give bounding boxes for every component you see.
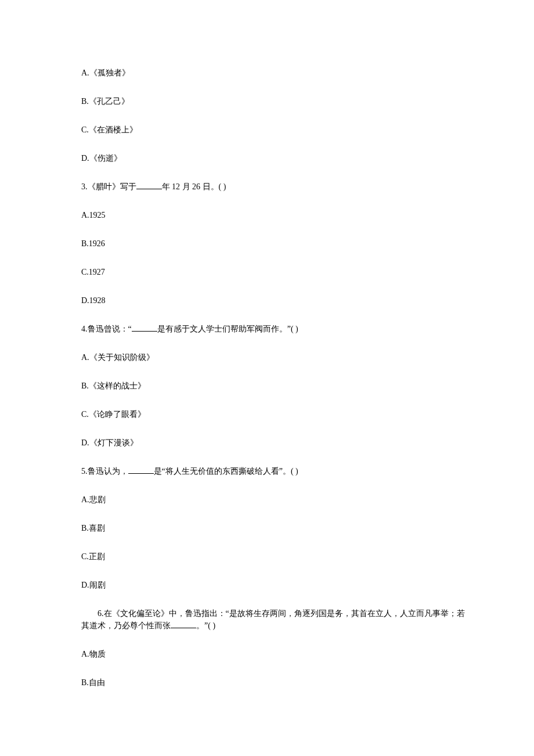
q4-option-b: B.《这样的战士》 bbox=[81, 380, 470, 392]
q2-option-b: B.《孔乙己》 bbox=[81, 95, 470, 107]
q6-blank bbox=[171, 620, 196, 628]
q3-stem: 3.《腊叶》写于年 12 月 26 日。( ) bbox=[81, 181, 470, 193]
q2-option-d: D.《伤逝》 bbox=[81, 152, 470, 164]
q5-option-d: D.闹剧 bbox=[81, 579, 470, 591]
q5-option-b: B.喜剧 bbox=[81, 522, 470, 534]
q6-stem: 6.在《文化偏至论》中，鲁迅指出：“是故将生存两间，角逐列国是务，其首在立人，人… bbox=[81, 607, 470, 632]
q4-stem: 4.鲁迅曾说：“是有感于文人学士们帮助军阀而作。”( ) bbox=[81, 323, 470, 335]
q4-suffix: 是有感于文人学士们帮助军阀而作。”( ) bbox=[157, 325, 298, 333]
q4-option-d: D.《灯下漫谈》 bbox=[81, 437, 470, 449]
q4-option-a: A.《关于知识阶级》 bbox=[81, 351, 470, 363]
q2-option-a: A.《孤独者》 bbox=[81, 67, 470, 79]
q4-option-c: C.《论睁了眼看》 bbox=[81, 408, 470, 420]
q6-option-b: B.自由 bbox=[81, 676, 470, 689]
q5-blank bbox=[128, 466, 154, 474]
q2-option-c: C.《在酒楼上》 bbox=[81, 124, 470, 136]
q4-prefix: 4.鲁迅曾说：“ bbox=[81, 325, 132, 333]
q4-blank bbox=[132, 323, 157, 332]
q3-blank bbox=[136, 181, 162, 189]
q5-suffix: 是“将人生无价值的东西撕破给人看”。( ) bbox=[154, 467, 298, 476]
q6-suffix: 。”( ) bbox=[196, 621, 215, 630]
q6-prefix: 6.在《文化偏至论》中，鲁迅指出：“是故将生存两间，角逐列国是务，其首在立人，人… bbox=[81, 609, 465, 630]
q3-prefix: 3.《腊叶》写于 bbox=[81, 182, 136, 191]
q5-prefix: 5.鲁迅认为， bbox=[81, 467, 128, 476]
q3-option-d: D.1928 bbox=[81, 294, 470, 307]
q5-stem: 5.鲁迅认为，是“将人生无价值的东西撕破给人看”。( ) bbox=[81, 465, 470, 477]
q3-option-b: B.1926 bbox=[81, 237, 470, 250]
q3-suffix: 年 12 月 26 日。( ) bbox=[162, 182, 226, 191]
q5-option-c: C.正剧 bbox=[81, 550, 470, 563]
q3-option-c: C.1927 bbox=[81, 266, 470, 278]
document-page: A.《孤独者》 B.《孔乙己》 C.《在酒楼上》 D.《伤逝》 3.《腊叶》写于… bbox=[0, 0, 534, 756]
q5-option-a: A.悲剧 bbox=[81, 494, 470, 506]
q3-option-a: A.1925 bbox=[81, 209, 470, 221]
q6-option-a: A.物质 bbox=[81, 648, 470, 660]
